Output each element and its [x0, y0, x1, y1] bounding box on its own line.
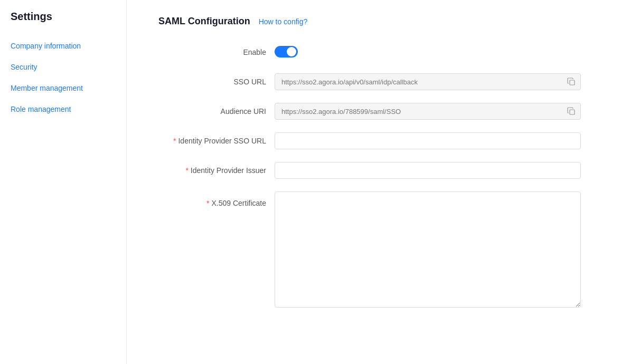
audience-uri-row: Audience URI	[158, 103, 581, 120]
audience-uri-label: Audience URI	[158, 103, 275, 120]
sso-url-label: SSO URL	[158, 73, 275, 90]
x509-cert-input[interactable]	[275, 191, 581, 308]
svg-rect-0	[570, 80, 575, 85]
sidebar: Settings Company information Security Me…	[0, 0, 127, 364]
sidebar-item-label: Member management	[11, 84, 83, 92]
enable-label: Enable	[158, 44, 275, 61]
enable-row: Enable	[158, 44, 581, 61]
sidebar-item-label: Security	[11, 63, 37, 71]
required-star: *	[206, 199, 209, 207]
toggle-slider	[275, 46, 298, 58]
page-header: SAML Configuration How to config?	[158, 16, 608, 27]
audience-uri-input	[275, 103, 581, 120]
idp-issuer-label: *Identity Provider Issuer	[158, 162, 275, 179]
idp-sso-url-input[interactable]	[275, 132, 581, 149]
sidebar-item-role-management[interactable]: Role management	[0, 99, 126, 120]
main-content: SAML Configuration How to config? Enable…	[127, 0, 640, 364]
sidebar-item-member-management[interactable]: Member management	[0, 78, 126, 99]
svg-rect-1	[570, 110, 575, 114]
x509-cert-label: *X.509 Certificate	[158, 191, 275, 212]
sidebar-item-label: Company information	[11, 42, 81, 50]
sso-url-wrapper	[275, 73, 581, 90]
page-title: SAML Configuration	[158, 16, 250, 27]
copy-icon	[567, 107, 576, 116]
sso-url-row: SSO URL	[158, 73, 581, 90]
idp-sso-url-label: *Identity Provider SSO URL	[158, 132, 275, 149]
sidebar-title: Settings	[0, 11, 126, 35]
how-to-config-link[interactable]: How to config?	[259, 17, 308, 26]
form-section: Enable SSO URL	[158, 44, 581, 309]
sso-url-input	[275, 73, 581, 90]
audience-uri-wrapper	[275, 103, 581, 120]
enable-toggle[interactable]	[275, 46, 298, 58]
audience-uri-copy-button[interactable]	[566, 106, 577, 117]
sso-url-copy-button[interactable]	[566, 76, 577, 87]
sidebar-item-company-information[interactable]: Company information	[0, 35, 126, 56]
idp-issuer-wrapper	[275, 162, 581, 179]
idp-sso-url-wrapper	[275, 132, 581, 149]
copy-icon	[567, 78, 576, 86]
required-star: *	[185, 166, 188, 175]
idp-issuer-row: *Identity Provider Issuer	[158, 162, 581, 179]
sso-url-input-group	[275, 73, 581, 90]
sidebar-item-label: Role management	[11, 105, 71, 113]
idp-sso-url-row: *Identity Provider SSO URL	[158, 132, 581, 149]
audience-uri-input-group	[275, 103, 581, 120]
idp-issuer-input[interactable]	[275, 162, 581, 179]
enable-toggle-wrapper	[275, 46, 581, 59]
sidebar-item-security[interactable]: Security	[0, 56, 126, 78]
x509-cert-row: *X.509 Certificate	[158, 191, 581, 309]
required-star: *	[173, 137, 176, 145]
x509-cert-wrapper	[275, 191, 581, 309]
